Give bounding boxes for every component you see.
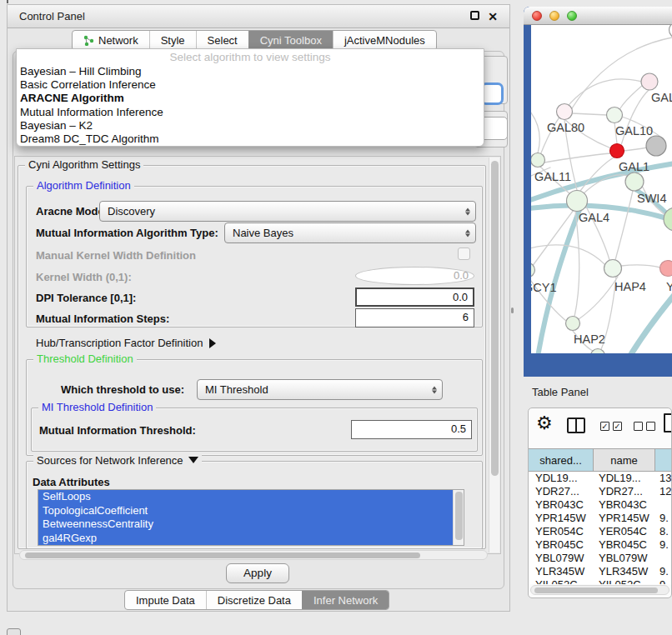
mi-threshold-field[interactable]: 0.5 xyxy=(351,420,472,439)
network-node-top-arc[interactable] xyxy=(669,25,672,38)
table-row[interactable]: YER054CYER054C8. xyxy=(529,525,671,538)
network-node-gal80[interactable] xyxy=(557,104,573,120)
table-row[interactable]: YBR043CYBR043C xyxy=(529,498,671,512)
network-node-gal1[interactable] xyxy=(610,144,624,158)
network-edge[interactable] xyxy=(579,277,618,319)
checkbox-checked-icon[interactable]: ✓ xyxy=(613,422,622,431)
column-header[interactable]: name xyxy=(594,449,655,471)
network-edge[interactable] xyxy=(572,113,607,115)
attribute-item[interactable]: BetweennessCentrality xyxy=(38,518,453,532)
network-node-gray-node[interactable] xyxy=(646,136,666,156)
bottom-tab-infer-network[interactable]: Infer Network xyxy=(302,591,389,609)
table-cell: YBR043C xyxy=(594,498,655,512)
table-row[interactable]: YBR045CYBR045C9. xyxy=(529,538,671,552)
checkbox-checked-icon[interactable]: ✓ xyxy=(600,422,609,431)
column-header[interactable] xyxy=(655,449,671,471)
attribute-item[interactable]: gal4RGexp xyxy=(38,532,453,546)
tab-jactivemnodules[interactable]: jActiveMNodules xyxy=(333,31,436,50)
settings-scrollbar-thumb[interactable] xyxy=(491,161,499,476)
attributes-scrollbar-thumb[interactable] xyxy=(455,492,463,540)
mi-type-label: Mutual Information Algorithm Type: xyxy=(36,227,218,239)
tab-label: Network xyxy=(98,34,138,47)
tab-select[interactable]: Select xyxy=(196,31,248,50)
aracne-mode-label: Aracne Mode: xyxy=(36,205,108,218)
column-header[interactable]: shared... xyxy=(529,449,594,471)
which-threshold-combo[interactable]: MI Threshold xyxy=(197,379,443,400)
apply-button[interactable]: Apply xyxy=(226,563,289,583)
table-horizontal-scrollbar[interactable] xyxy=(530,585,669,595)
sources-title[interactable]: Sources for Network Inference xyxy=(33,454,202,467)
dropdown-item[interactable]: Dream8 DC_TDC Algorithm xyxy=(17,132,484,146)
settings-horizontal-scrollbar[interactable] xyxy=(19,550,488,560)
network-node-gal-pink[interactable] xyxy=(641,73,658,90)
attributes-scrollbar[interactable] xyxy=(453,490,464,545)
horizontal-scrollbar-thumb[interactable] xyxy=(25,552,420,559)
table-cell: YIL052C xyxy=(594,578,655,584)
bottom-tab-impute-data[interactable]: Impute Data xyxy=(125,591,206,609)
table-row[interactable]: YBL079WYBL079W xyxy=(529,552,671,565)
checkbox-unchecked-icon[interactable] xyxy=(634,422,643,431)
network-node-hap4[interactable] xyxy=(604,260,622,278)
network-edge[interactable] xyxy=(624,292,672,353)
network-node-gal4[interactable] xyxy=(567,191,588,212)
table-scrollbar-thumb[interactable] xyxy=(534,588,658,594)
network-edge[interactable] xyxy=(620,85,643,108)
table-row[interactable]: YPR145WYPR145W9. xyxy=(529,512,671,525)
bottom-tab-discretize-data[interactable]: Discretize Data xyxy=(206,591,302,609)
checkbox-unchecked-icon[interactable] xyxy=(646,422,655,431)
table-row[interactable]: YIL052CYIL052C9 xyxy=(529,578,671,584)
network-edge[interactable] xyxy=(540,79,642,155)
network-node-gcy1[interactable] xyxy=(531,263,535,278)
table-cell: YPR145W xyxy=(594,512,655,525)
network-node-gal11[interactable] xyxy=(531,153,545,168)
panel-divider-handle[interactable] xyxy=(511,308,514,313)
table-row[interactable]: YDL19...YDL19...13 xyxy=(529,472,671,485)
network-node-swi4[interactable] xyxy=(625,172,644,191)
split-columns-icon[interactable] xyxy=(567,418,585,433)
floating-panel-corner-icon[interactable] xyxy=(7,628,21,635)
network-edge[interactable] xyxy=(544,153,610,162)
node-label-gal10: GAL10 xyxy=(615,124,653,138)
network-edge[interactable] xyxy=(615,191,633,260)
dropdown-item[interactable]: Bayesian – Hill Climbing xyxy=(17,65,484,78)
network-node-pink-right[interactable] xyxy=(660,261,672,277)
gear-icon[interactable]: ⚙ xyxy=(536,412,553,434)
bottom-tab-label: Impute Data xyxy=(136,594,195,607)
network-edge[interactable] xyxy=(531,104,539,153)
dropdown-item[interactable]: Mutual Information Inference xyxy=(17,106,484,119)
dpi-tolerance-field[interactable]: 0.0 xyxy=(355,288,474,307)
mi-steps-field[interactable]: 6 xyxy=(355,308,474,328)
table-row[interactable]: YLR345WYLR345W9. xyxy=(529,565,671,578)
minimize-traffic-light-icon[interactable] xyxy=(549,11,559,21)
network-canvas[interactable]: GALGAL80GAL10GAL1GAL11SWI4GAL4GCY1HAP4YH… xyxy=(531,25,672,353)
dropdown-items: Bayesian – Hill ClimbingBasic Correlatio… xyxy=(17,65,484,146)
dropdown-item[interactable]: ARACNE Algorithm xyxy=(17,92,484,105)
network-node-bottom-node[interactable] xyxy=(591,349,605,354)
node-label-gal11: GAL11 xyxy=(534,170,571,183)
close-traffic-light-icon[interactable] xyxy=(532,11,542,21)
mi-type-combo[interactable]: Naive Bayes xyxy=(224,222,476,243)
attribute-item[interactable]: TopologicalCoefficient xyxy=(38,504,453,518)
settings-vertical-scrollbar[interactable] xyxy=(489,158,499,552)
document-icon[interactable] xyxy=(664,413,672,432)
table-row[interactable]: YDR27...YDR27...12 xyxy=(529,485,671,498)
aracne-mode-combo[interactable]: Discovery xyxy=(99,201,476,222)
network-view-window: GALGAL80GAL10GAL1GAL11SWI4GAL4GCY1HAP4YH… xyxy=(524,7,672,377)
zoom-traffic-light-icon[interactable] xyxy=(567,11,577,21)
data-attributes-list[interactable]: SelfLoopsTopologicalCoefficientBetweenne… xyxy=(38,489,464,546)
float-panel-icon[interactable] xyxy=(470,11,479,20)
close-icon[interactable]: ✕ xyxy=(488,11,498,22)
network-node-hap2[interactable] xyxy=(566,317,580,331)
manual-kernel-checkbox[interactable] xyxy=(458,248,470,260)
dropdown-item[interactable]: Basic Correlation Inference xyxy=(17,78,484,92)
tab-cyni-toolbox[interactable]: Cyni Toolbox xyxy=(248,31,333,50)
dropdown-item[interactable]: Bayesian – K2 xyxy=(17,119,484,132)
network-edge[interactable] xyxy=(624,148,647,151)
tab-style[interactable]: Style xyxy=(149,31,196,50)
attribute-item[interactable]: SelfLoops xyxy=(38,490,453,504)
kernel-width-field[interactable]: 0.0 xyxy=(355,267,474,285)
network-node-gal10[interactable] xyxy=(607,108,623,123)
network-edge[interactable] xyxy=(621,265,660,268)
tab-network[interactable]: Network xyxy=(73,31,149,50)
hub-section-toggle[interactable]: Hub/Transcription Factor Definition xyxy=(36,337,216,349)
